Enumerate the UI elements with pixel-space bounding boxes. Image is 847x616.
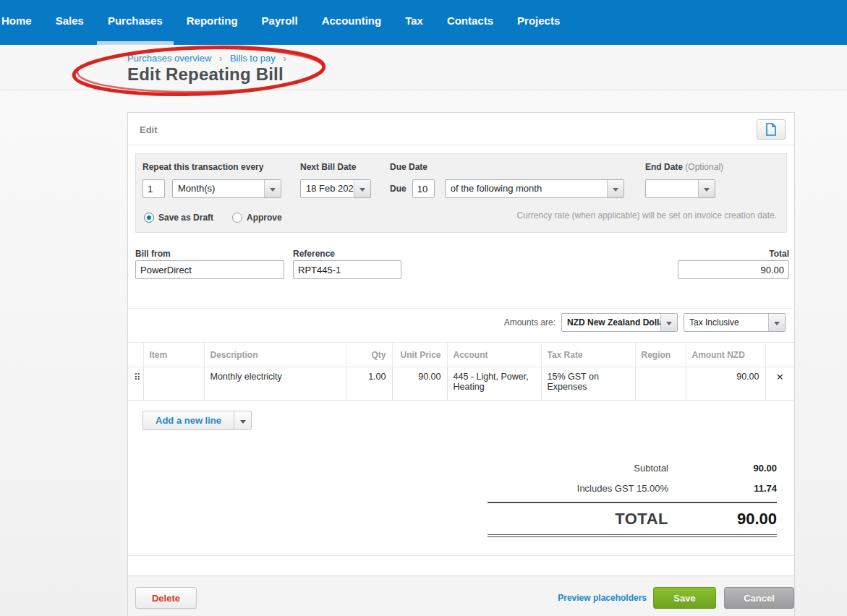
approve-radio[interactable]: Approve: [232, 213, 282, 223]
nav-item-accounting[interactable]: Accounting: [322, 0, 382, 45]
view-document-button[interactable]: [757, 119, 786, 140]
due-unit-select[interactable]: of the following month: [445, 179, 624, 198]
gst-label: Includes GST 15.00%: [488, 483, 668, 494]
schedule-settings: Repeat this transaction every Month(s) N…: [135, 153, 787, 233]
line-items-table: Item Description Qty Unit Price Account …: [128, 342, 794, 401]
nav-item-reporting[interactable]: Reporting: [187, 0, 238, 45]
tax-rate-cell[interactable]: 15% GST on Expenses: [541, 367, 635, 401]
amounts-are-label: Amounts are:: [504, 317, 556, 328]
repeat-group: Repeat this transaction every Month(s): [142, 162, 281, 198]
save-button[interactable]: Save: [653, 587, 716, 609]
card-header: Edit: [128, 113, 794, 145]
breadcrumb-purchases-overview[interactable]: Purchases overview: [127, 53, 211, 64]
totals-section: Subtotal 90.00 Includes GST 15.00% 11.74…: [488, 463, 777, 537]
due-prefix-label: Due: [390, 184, 407, 194]
cancel-button[interactable]: Cancel: [724, 587, 794, 609]
unit-price-column-header: Unit Price: [392, 343, 447, 367]
save-as-draft-radio[interactable]: Save as Draft: [144, 213, 213, 223]
nav-item-payroll[interactable]: Payroll: [262, 0, 298, 45]
nav-item-sales[interactable]: Sales: [56, 0, 84, 45]
drag-column-header: [128, 343, 143, 367]
nav-item-purchases[interactable]: Purchases: [108, 0, 163, 45]
breadcrumb: Purchases overview › Bills to pay ›: [127, 53, 291, 64]
end-date-optional-label: (Optional): [685, 162, 723, 172]
end-date-select[interactable]: [645, 179, 715, 198]
gst-row: Includes GST 15.00% 11.74: [488, 483, 777, 494]
amount-cell[interactable]: 90.00: [686, 367, 765, 401]
end-date-label: End Date (Optional): [645, 162, 723, 172]
nav-item-home[interactable]: Home: [1, 0, 32, 45]
breadcrumb-bills-to-pay[interactable]: Bills to pay: [230, 53, 276, 64]
reference-input[interactable]: [293, 260, 401, 279]
delete-column-header: [765, 343, 794, 367]
region-column-header: Region: [635, 343, 686, 367]
amount-column-header: Amount NZD: [686, 343, 765, 367]
page-title: Edit Repeating Bill: [127, 64, 284, 85]
totals-double-rule: [488, 534, 777, 537]
end-date-group: End Date (Optional): [645, 162, 723, 198]
unit-price-cell[interactable]: 90.00: [392, 367, 447, 401]
breadcrumb-separator: ›: [283, 53, 286, 64]
bill-from-label: Bill from: [135, 249, 171, 259]
tax-option-select[interactable]: Tax Inclusive: [684, 313, 786, 332]
subtotal-label: Subtotal: [488, 463, 668, 474]
add-line-button[interactable]: Add a new line: [142, 411, 234, 430]
account-column-header: Account: [447, 343, 541, 367]
edit-repeating-bill-card: Edit Repeat this transaction every Month…: [127, 112, 795, 616]
radio-selected-icon: [144, 213, 154, 223]
page-header: Purchases overview › Bills to pay › Edit…: [0, 45, 847, 90]
drag-handle-icon[interactable]: ⠿: [128, 367, 143, 401]
preview-placeholders-link[interactable]: Preview placeholders: [558, 593, 647, 603]
nav-item-projects[interactable]: Projects: [517, 0, 560, 45]
document-icon: [766, 123, 776, 136]
total-label: Total: [769, 249, 789, 259]
add-line-split-button: Add a new line: [142, 411, 252, 430]
qty-column-header: Qty: [346, 343, 392, 367]
total-input[interactable]: [678, 260, 789, 279]
qty-cell[interactable]: 1.00: [346, 367, 392, 401]
approve-label: Approve: [247, 213, 282, 223]
due-date-label: Due Date: [390, 162, 624, 172]
nav-item-contacts[interactable]: Contacts: [447, 0, 493, 45]
status-radio-group: Save as Draft Approve: [144, 213, 282, 223]
footer-actions: Preview placeholders Save Cancel: [558, 587, 794, 609]
remove-line-icon[interactable]: ✕: [765, 367, 794, 401]
content-end-divider: [128, 555, 794, 556]
next-bill-date-group: Next Bill Date 18 Feb 2026: [300, 162, 371, 198]
add-line-dropdown-button[interactable]: [234, 411, 252, 430]
card-header-title: Edit: [140, 124, 158, 135]
nav-item-tax[interactable]: Tax: [405, 0, 423, 45]
breadcrumb-separator: ›: [219, 53, 222, 64]
tax-rate-column-header: Tax Rate: [541, 343, 635, 367]
table-row: ⠿ Monthly electricity 1.00 90.00 445 - L…: [128, 367, 794, 401]
currency-note: Currency rate (when applicable) will be …: [516, 210, 777, 221]
top-nav: Home Sales Purchases Reporting Payroll A…: [0, 0, 847, 45]
repeat-label: Repeat this transaction every: [142, 162, 281, 172]
repeat-unit-select[interactable]: Month(s): [172, 179, 281, 198]
repeat-interval-input[interactable]: [142, 179, 165, 198]
section-divider: [128, 308, 794, 309]
currency-select[interactable]: NZD New Zealand Dollar: [561, 313, 678, 332]
card-footer: Delete Preview placeholders Save Cancel: [128, 576, 794, 616]
save-as-draft-label: Save as Draft: [158, 213, 213, 223]
next-bill-date-select[interactable]: 18 Feb 2026: [300, 179, 371, 198]
account-cell[interactable]: 445 - Light, Power, Heating: [447, 367, 541, 401]
next-bill-date-label: Next Bill Date: [300, 162, 371, 172]
bill-from-input[interactable]: [135, 260, 284, 279]
radio-unselected-icon: [232, 213, 242, 223]
description-cell[interactable]: Monthly electricity: [204, 367, 346, 401]
delete-button[interactable]: Delete: [135, 587, 197, 609]
region-cell[interactable]: [635, 367, 686, 401]
item-cell[interactable]: [143, 367, 204, 401]
due-date-group: Due Date Due of the following month: [390, 162, 624, 198]
table-header-row: Item Description Qty Unit Price Account …: [128, 343, 794, 367]
grand-total-value: 90.00: [668, 510, 777, 529]
subtotal-row: Subtotal 90.00: [488, 463, 777, 474]
description-column-header: Description: [204, 343, 346, 367]
reference-label: Reference: [293, 249, 335, 259]
subtotal-value: 90.00: [668, 463, 777, 474]
due-day-input[interactable]: [412, 179, 435, 198]
gst-value: 11.74: [668, 483, 777, 494]
amounts-are-row: Amounts are: NZD New Zealand Dollar Tax …: [504, 312, 786, 333]
grand-total-row: TOTAL 90.00: [488, 503, 777, 534]
